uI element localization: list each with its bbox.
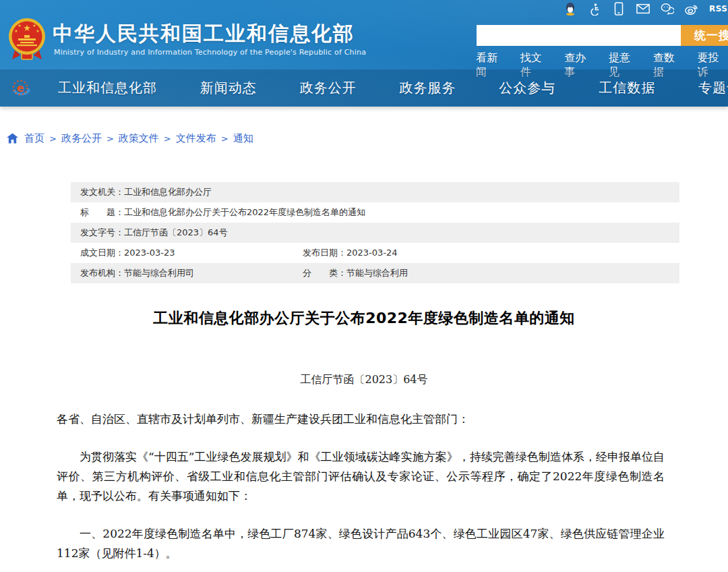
nav-item-public-participation[interactable]: 公众参与: [499, 79, 555, 97]
nav-item-special-topics[interactable]: 专题专栏: [698, 79, 728, 97]
meta-row-dates: 成文日期： 2023-03-23 发布日期： 2023-03-24: [71, 243, 679, 263]
meta-value: 节能与综合利用司: [124, 263, 194, 283]
breadcrumb-notice: 通知: [233, 132, 253, 145]
meta-value: 工业和信息化部办公厅: [124, 182, 212, 202]
miit-e-logo-icon: e: [11, 78, 31, 98]
article-title: 工业和信息化部办公厅关于公布2022年度绿色制造名单的通知: [0, 308, 728, 328]
breadcrumb-separator: >: [164, 134, 171, 144]
meta-row-title: 标 题： 工业和信息化部办公厅关于公布2022年度绿色制造名单的通知: [71, 202, 679, 223]
breadcrumb-separator: >: [107, 134, 114, 144]
article-paragraph-item-1: 一、2022年度绿色制造名单中，绿色工厂874家、绿色设计产品643个、绿色工业…: [57, 524, 665, 563]
article-doc-number: 工信厅节函〔2023〕64号: [0, 373, 728, 387]
wechat-icon[interactable]: [661, 2, 674, 16]
document-meta-table: 发文机关： 工业和信息化部办公厅 标 题： 工业和信息化部办公厅关于公布2022…: [71, 182, 679, 283]
breadcrumb-policy-documents[interactable]: 政策文件: [119, 132, 159, 145]
nav-item-data[interactable]: 工信数据: [599, 79, 655, 97]
svg-text:★: ★: [32, 23, 36, 28]
breadcrumb: 首页 > 政务公开 > 政策文件 > 文件发布 > 通知: [0, 107, 728, 146]
nav-item-news[interactable]: 新闻动态: [200, 79, 257, 97]
site-subtitle: Ministry of Industry and Information Tec…: [54, 48, 366, 57]
topbar-icon-strip: RSS: [564, 2, 728, 16]
meta-row-doc-number: 发文字号： 工信厅节函〔2023〕64号: [71, 223, 679, 243]
meta-row-publisher-category: 发布机构： 节能与综合利用司 分 类： 节能与综合利用: [71, 263, 679, 283]
search-input[interactable]: [477, 25, 681, 46]
nav-items: 工业和信息化部 新闻动态 政务公开 政务服务 公众参与 工信数据 专题专栏: [44, 69, 728, 107]
svg-text:★: ★: [23, 23, 31, 33]
nav-item-gov-services[interactable]: 政务服务: [399, 79, 456, 97]
search-button[interactable]: 统一搜索: [681, 25, 728, 46]
meta-value: 2023-03-23: [124, 243, 175, 263]
article-paragraph-salutation: 各省、自治区、直辖市及计划单列市、新疆生产建设兵团工业和信息化主管部门：: [57, 409, 665, 429]
mail-icon[interactable]: [636, 2, 650, 16]
meta-row-issuing-agency: 发文机关： 工业和信息化部办公厅: [71, 182, 679, 202]
qq-icon[interactable]: [564, 2, 577, 16]
meta-value: 2023-03-24: [346, 243, 398, 263]
svg-text:e: e: [17, 82, 24, 94]
meta-label: 发文字号：: [80, 223, 124, 243]
article-body: 各省、自治区、直辖市及计划单列市、新疆生产建设兵团工业和信息化主管部门： 为贯彻…: [57, 409, 665, 563]
article-paragraph-intro: 为贯彻落实《“十四五”工业绿色发展规划》和《工业领域碳达峰实施方案》，持续完善绿…: [57, 447, 665, 506]
svg-text:★: ★: [18, 23, 21, 28]
national-emblem: ★ ★ ★ ★ ★: [7, 16, 47, 62]
breadcrumb-separator: >: [221, 134, 229, 144]
meta-value: 节能与综合利用: [346, 263, 408, 283]
nav-item-miit[interactable]: 工业和信息化部: [58, 79, 157, 97]
search-bar: 统一搜索: [477, 25, 728, 46]
breadcrumb-document-release[interactable]: 文件发布: [176, 132, 216, 145]
breadcrumb-gov-disclosure[interactable]: 政务公开: [61, 132, 102, 145]
meta-label: 成文日期：: [80, 243, 124, 263]
mobile-icon[interactable]: [612, 2, 626, 16]
meta-value: 工信厅节函〔2023〕64号: [124, 223, 228, 243]
svg-text:★: ★: [14, 28, 18, 33]
accessibility-icon[interactable]: [588, 2, 601, 16]
meta-label: 发布日期：: [303, 243, 346, 263]
nav-item-gov-disclosure[interactable]: 政务公开: [300, 79, 357, 97]
weibo-icon[interactable]: [685, 2, 698, 16]
main-nav: e 工业和信息化部 新闻动态 政务公开 政务服务 公众参与 工信数据 专题专栏: [0, 69, 728, 107]
meta-label: 发文机关：: [80, 182, 124, 202]
site-title[interactable]: 中华人民共和国工业和信息化部: [53, 20, 355, 48]
breadcrumb-separator: >: [49, 134, 57, 144]
home-icon[interactable]: [7, 133, 18, 144]
svg-text:★: ★: [36, 28, 39, 33]
meta-label: 发布机构：: [80, 263, 124, 283]
meta-label: 分 类：: [303, 263, 346, 283]
meta-label: 标 题：: [80, 202, 124, 223]
meta-value: 工业和信息化部办公厅关于公布2022年度绿色制造名单的通知: [124, 202, 365, 223]
rss-link[interactable]: RSS: [709, 4, 728, 13]
breadcrumb-home[interactable]: 首页: [24, 132, 44, 145]
site-header: RSS ★ ★ ★ ★ ★ 中华人民共和国工业和信息化部 Ministry of…: [0, 0, 728, 107]
